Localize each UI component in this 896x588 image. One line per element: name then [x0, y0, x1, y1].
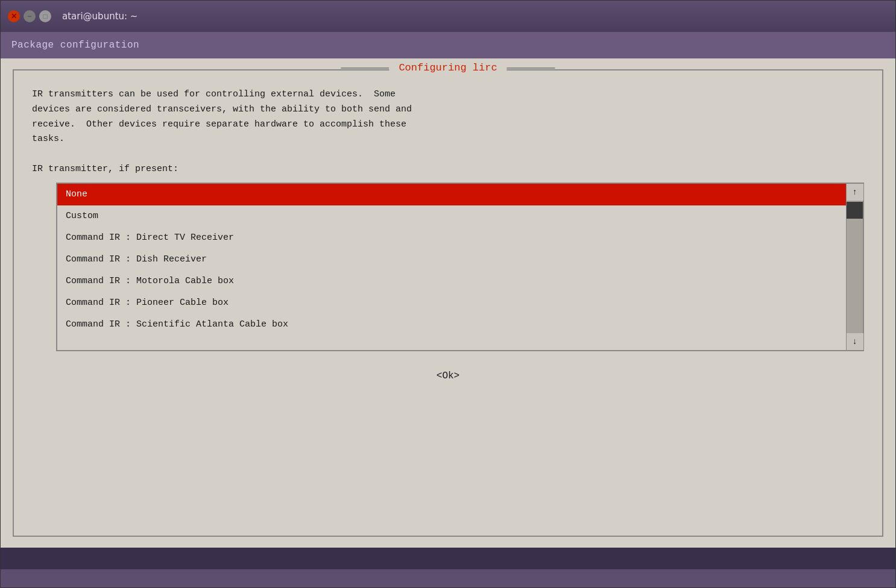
list-item[interactable]: Command IR : Dish Receiver	[57, 249, 846, 271]
title-line-left	[341, 67, 389, 69]
window-title: atari@ubuntu: ~	[62, 11, 137, 22]
list-item[interactable]: Custom	[57, 205, 846, 227]
scroll-track[interactable]	[847, 201, 863, 333]
scroll-down-icon: ↓	[852, 337, 857, 346]
scroll-thumb[interactable]	[847, 202, 863, 219]
scroll-down-button[interactable]: ↓	[847, 333, 863, 350]
titlebar: ✕ − □ atari@ubuntu: ~	[1, 1, 895, 32]
minimize-button[interactable]: −	[24, 10, 36, 22]
section-label: IR transmitter, if present:	[32, 164, 864, 174]
titlebar-buttons: ✕ − □	[8, 10, 51, 22]
main-content: Configuring lirc IR transmitters can be …	[1, 58, 895, 548]
bottom-status-bar	[1, 569, 895, 587]
dialog-title: Configuring lirc	[389, 62, 506, 74]
dialog-title-bar: Configuring lirc	[341, 62, 555, 74]
terminal-window: ✕ − □ atari@ubuntu: ~ Package configurat…	[0, 0, 896, 588]
close-icon: ✕	[11, 12, 17, 20]
list-item[interactable]: Command IR : Scientific Atlanta Cable bo…	[57, 314, 846, 336]
package-config-label: Package configuration	[11, 40, 139, 51]
maximize-button[interactable]: □	[39, 10, 51, 22]
description-text: IR transmitters can be used for controll…	[32, 87, 864, 147]
ok-button-area: <Ok>	[32, 351, 864, 395]
ok-button[interactable]: <Ok>	[427, 368, 469, 384]
scroll-up-icon: ↑	[852, 187, 857, 197]
list-item[interactable]: Command IR : Pioneer Cable box	[57, 292, 846, 314]
bottom-bar	[1, 548, 895, 569]
maximize-icon: □	[43, 12, 47, 20]
close-button[interactable]: ✕	[8, 10, 20, 22]
scrollbar: ↑ ↓	[846, 184, 863, 350]
dialog-box: Configuring lirc IR transmitters can be …	[13, 69, 883, 537]
package-config-bar: Package configuration	[1, 32, 895, 58]
list-item[interactable]: Command IR : Motorola Cable box	[57, 271, 846, 292]
dialog-body: IR transmitters can be used for controll…	[14, 70, 882, 536]
list-items: None Custom Command IR : Direct TV Recei…	[57, 184, 846, 350]
list-container: None Custom Command IR : Direct TV Recei…	[56, 183, 864, 351]
minimize-icon: −	[27, 12, 31, 20]
list-item[interactable]: None	[57, 184, 846, 205]
scroll-up-button[interactable]: ↑	[847, 184, 863, 201]
title-line-right	[507, 67, 555, 69]
list-item[interactable]: Command IR : Direct TV Receiver	[57, 227, 846, 249]
